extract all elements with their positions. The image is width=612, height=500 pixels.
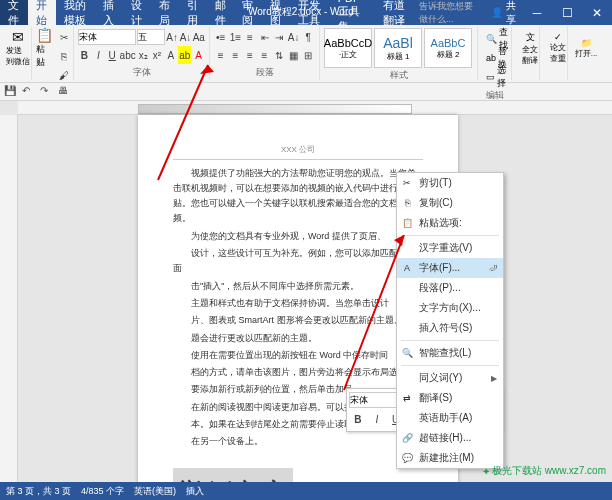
status-words[interactable]: 4/835 个字 [81, 485, 124, 498]
font-size-select[interactable] [137, 29, 165, 45]
qat-print-icon[interactable]: 🖶 [58, 85, 72, 99]
justify-button[interactable]: ≡ [258, 46, 272, 64]
italic-button[interactable]: I [92, 46, 105, 64]
search-icon: 🔍 [401, 347, 413, 359]
ctx-cut[interactable]: ✂剪切(T) [397, 173, 503, 193]
font-family-select[interactable] [78, 29, 136, 45]
paragraph-group-label: 段落 [214, 65, 315, 79]
tab-home[interactable]: 开始 [28, 0, 56, 25]
style-group-label: 样式 [324, 68, 473, 82]
align-left-button[interactable]: ≡ [214, 46, 228, 64]
ctx-translate[interactable]: ⇄翻译(S) [397, 388, 503, 408]
tab-layout[interactable]: 布局 [151, 0, 179, 25]
translate-icon: ⇄ [401, 392, 413, 404]
ctx-hyperlink[interactable]: 🔗超链接(H)... [397, 428, 503, 448]
mini-font-select[interactable] [349, 392, 399, 408]
multilevel-list-button[interactable]: ≡ [243, 28, 257, 46]
ctx-synonym[interactable]: 同义词(Y)▶ [397, 368, 503, 388]
ctx-paragraph[interactable]: 段落(P)... [397, 278, 503, 298]
sort-button[interactable]: A↓ [287, 28, 301, 46]
clear-format-button[interactable]: Aa [193, 28, 205, 46]
tab-mailings[interactable]: 邮件 [207, 0, 235, 25]
tab-references[interactable]: 引用 [179, 0, 207, 25]
style-heading2[interactable]: AaBbC标题 2 [424, 28, 472, 68]
number-list-button[interactable]: 1≡ [229, 28, 243, 46]
style-heading1[interactable]: AaBl标题 1 [374, 28, 422, 68]
link-icon: 🔗 [401, 432, 413, 444]
align-right-button[interactable]: ≡ [243, 46, 257, 64]
doc-paragraph[interactable]: 在另一个设备上。 [173, 434, 423, 449]
decrease-indent-button[interactable]: ⇤ [258, 28, 272, 46]
ctx-text-direction[interactable]: 文字方向(X)... [397, 298, 503, 318]
close-button[interactable]: ✕ [582, 0, 612, 25]
doc-paragraph[interactable]: 设计，这些设计可互为补充。例如，您可以添加匹配的封面 [173, 246, 423, 277]
vertical-ruler[interactable] [0, 115, 18, 482]
strike-button[interactable]: abc [120, 46, 136, 64]
open-button[interactable]: 📁打开... [572, 28, 600, 68]
qat-save-icon[interactable]: 💾 [4, 85, 18, 99]
tab-youdao[interactable]: 有道翻译 [375, 0, 415, 25]
edit-group-label: 编辑 [482, 88, 507, 102]
ctx-paste-options[interactable]: 📋粘贴选项: [397, 213, 503, 233]
user-share[interactable]: 👤共享 [485, 0, 522, 27]
ctx-font[interactable]: A字体(F)...⮰ [397, 258, 503, 278]
shrink-font-button[interactable]: A↓ [179, 28, 191, 46]
mini-bold[interactable]: B [349, 410, 367, 428]
grow-font-button[interactable]: A↑ [166, 28, 178, 46]
format-painter-button[interactable]: 🖌 [55, 66, 73, 84]
doc-paragraph[interactable]: 为使您的文档具有专业外观，Word 提供了页眉、 [173, 229, 423, 244]
context-menu: ✂剪切(T) ⎘复制(C) 📋粘贴选项: 汉字重选(V) A字体(F)...⮰ … [396, 172, 504, 469]
share-label: 共享 [506, 0, 516, 27]
tab-insert[interactable]: 插入 [95, 0, 123, 25]
tell-me[interactable]: 告诉我您想要做什么... [415, 0, 485, 26]
status-page[interactable]: 第 3 页，共 3 页 [6, 485, 71, 498]
style-name: 标题 1 [387, 51, 410, 62]
style-normal[interactable]: AaBbCcD·正文 [324, 28, 372, 68]
superscript-button[interactable]: x² [151, 46, 164, 64]
send-wechat-button[interactable]: ✉发送 到微信 [4, 28, 32, 68]
ctx-insert-symbol[interactable]: 插入符号(S) [397, 318, 503, 338]
select-button[interactable]: ▭选择 [484, 68, 505, 86]
doc-paragraph[interactable]: 击"插入"，然后从不同库中选择所需元素。 [173, 279, 423, 294]
doc-paragraph[interactable]: 档的方式，请单击该图片，图片旁边将会显示布局选 [173, 365, 423, 380]
highlight-button[interactable]: ab [178, 46, 191, 64]
doc-paragraph[interactable]: 视频提供了功能强大的方法帮助您证明您的观点。当您单击联机视频时，可以在想要添加的… [173, 166, 423, 227]
border-button[interactable]: ⊞ [301, 46, 315, 64]
horizontal-ruler[interactable] [18, 101, 612, 115]
selected-text[interactable]: 举例文字 [173, 468, 293, 482]
copy-button[interactable]: ⎘ [55, 47, 73, 65]
ctx-smart-lookup[interactable]: 🔍智能查找(L) [397, 343, 503, 363]
subscript-button[interactable]: x₂ [137, 46, 150, 64]
ctx-english-assist[interactable]: 英语助手(A) [397, 408, 503, 428]
tab-design[interactable]: 设计 [123, 0, 151, 25]
tab-templates[interactable]: 我的模板 [56, 0, 96, 25]
cut-button[interactable]: ✂ [55, 28, 73, 46]
doc-paragraph[interactable]: 使用在需要位置出现的新按钮在 Word 中保存时间 [173, 348, 423, 363]
maximize-button[interactable]: ☐ [552, 0, 582, 25]
ctx-copy[interactable]: ⎘复制(C) [397, 193, 503, 213]
paste-button[interactable]: 📋粘贴 [36, 28, 53, 68]
shading-button[interactable]: ▦ [287, 46, 301, 64]
increase-indent-button[interactable]: ⇥ [272, 28, 286, 46]
bold-button[interactable]: B [78, 46, 91, 64]
text-effect-button[interactable]: A [164, 46, 177, 64]
align-center-button[interactable]: ≡ [229, 46, 243, 64]
doc-paragraph[interactable]: 片、图表或 SmartArt 图形将会更改以匹配新的主题。 [173, 313, 423, 328]
show-marks-button[interactable]: ¶ [301, 28, 315, 46]
minimize-button[interactable]: ─ [522, 0, 552, 25]
underline-button[interactable]: U [106, 46, 119, 64]
doc-paragraph[interactable]: 主题和样式也有助于文档保持协调。当您单击设计 [173, 296, 423, 311]
tab-file[interactable]: 文件 [0, 0, 28, 25]
status-insert[interactable]: 插入 [186, 485, 204, 498]
font-color-button[interactable]: A [192, 46, 205, 64]
qat-redo-icon[interactable]: ↷ [40, 85, 54, 99]
bullet-list-button[interactable]: •≡ [214, 28, 228, 46]
status-language[interactable]: 英语(美国) [134, 485, 176, 498]
ctx-label: 新建批注(M) [419, 451, 474, 465]
doc-paragraph[interactable]: 题会进行更改以匹配新的主题。 [173, 331, 423, 346]
mini-italic[interactable]: I [368, 410, 386, 428]
ctx-hanzi[interactable]: 汉字重选(V) [397, 238, 503, 258]
qat-undo-icon[interactable]: ↶ [22, 85, 36, 99]
line-spacing-button[interactable]: ⇅ [272, 46, 286, 64]
cut-icon: ✂ [401, 177, 413, 189]
